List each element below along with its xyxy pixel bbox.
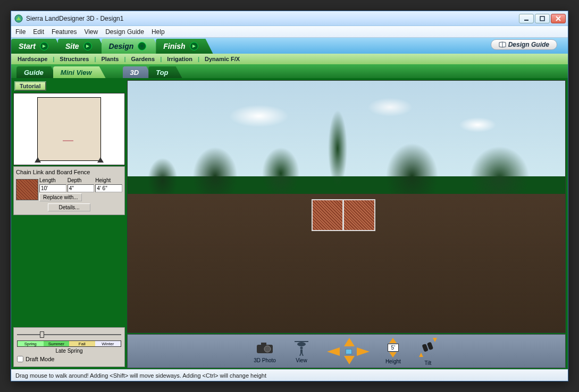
subtab-irrigation[interactable]: Irrigation: [167, 56, 192, 62]
svg-marker-19: [433, 338, 437, 342]
season-winter: Winter: [95, 341, 121, 346]
height-value[interactable]: 5': [388, 344, 399, 352]
menubar: File Edit Features View Design Guide Hel…: [11, 26, 568, 38]
svg-marker-8: [192, 45, 196, 48]
season-legend: Spring Summer Fall Winter: [17, 340, 121, 347]
tool-height: 5' Height: [385, 338, 401, 364]
details-button[interactable]: Details...: [48, 203, 91, 211]
menu-edit[interactable]: Edit: [33, 28, 44, 36]
menu-file[interactable]: File: [15, 28, 26, 36]
svg-marker-7: [140, 45, 144, 48]
nav-center[interactable]: [346, 349, 352, 354]
svg-rect-2: [540, 16, 544, 21]
svg-rect-20: [422, 343, 428, 352]
subtab-plants[interactable]: Plants: [101, 56, 119, 62]
menu-features[interactable]: Features: [52, 28, 77, 36]
miniview-panel[interactable]: [13, 93, 125, 165]
material-swatch[interactable]: [16, 179, 38, 200]
play-icon: [40, 42, 48, 50]
design-guide-button[interactable]: Design Guide: [491, 39, 557, 50]
depth-input[interactable]: [68, 184, 95, 192]
tool-view[interactable]: View: [292, 339, 311, 363]
maximize-button[interactable]: [535, 14, 550, 23]
tutorial-button[interactable]: Tutorial: [14, 81, 46, 91]
close-button[interactable]: [551, 14, 566, 23]
status-bar: Drag mouse to walk around! Adding <Shift…: [11, 369, 568, 381]
play-icon: [190, 42, 198, 50]
subtab-gardens[interactable]: Gardens: [131, 56, 155, 62]
toolbar-3d: 3D Photo View: [127, 334, 566, 368]
viewtab-guide[interactable]: Guide: [16, 66, 57, 78]
app-window: Sierra LandDesigner 3D - Design1 File Ed…: [11, 11, 568, 381]
tool-3d-photo[interactable]: 3D Photo: [254, 339, 276, 363]
length-input[interactable]: [39, 184, 66, 192]
replace-with-button[interactable]: Replace with...: [39, 193, 82, 201]
height-up-icon[interactable]: [389, 338, 397, 343]
season-panel: Spring Summer Fall Winter Late Spring Dr…: [13, 327, 125, 367]
height-input[interactable]: [95, 184, 122, 192]
svg-marker-5: [43, 45, 46, 48]
corner-marker-icon: [35, 157, 41, 164]
menu-view[interactable]: View: [84, 28, 98, 36]
svg-line-18: [302, 353, 303, 356]
person-icon: [299, 346, 304, 356]
tab-design[interactable]: Design: [102, 39, 162, 54]
svg-marker-6: [86, 45, 89, 48]
svg-rect-21: [427, 342, 433, 350]
chevron-down-icon: [138, 42, 146, 50]
titlebar[interactable]: Sierra LandDesigner 3D - Design1: [11, 11, 568, 26]
minimize-button[interactable]: [519, 14, 534, 23]
subtab-hardscape[interactable]: Hardscape: [18, 56, 47, 62]
main-area: Tutorial Chain Link and Board Fence Leng…: [11, 78, 568, 369]
arrow-up-icon[interactable]: [344, 338, 355, 346]
draft-mode-label: Draft Mode: [26, 356, 54, 362]
season-summer: Summer: [44, 341, 70, 346]
tab-finish[interactable]: Finish: [156, 39, 213, 54]
tool-tilt[interactable]: Tilt: [417, 337, 439, 366]
slider-thumb[interactable]: [40, 331, 44, 338]
status-text: Drag mouse to walk around! Adding <Shift…: [15, 372, 266, 379]
length-header: Length: [39, 177, 66, 183]
background-trees: [128, 81, 565, 194]
fence-object[interactable]: [312, 199, 375, 231]
viewtab-miniview[interactable]: Mini View: [53, 66, 106, 78]
viewport-3d[interactable]: [127, 80, 566, 333]
sidebar: Tutorial Chain Link and Board Fence Leng…: [11, 78, 127, 369]
season-value-label: Late Spring: [17, 348, 121, 354]
menu-help[interactable]: Help: [152, 28, 165, 36]
arrow-left-icon[interactable]: [327, 347, 340, 356]
svg-rect-16: [300, 350, 303, 353]
tool-navigate-arrows[interactable]: [327, 338, 370, 364]
category-tabs: Hardscape| Structures| Plants| Gardens| …: [11, 54, 568, 64]
tab-start[interactable]: Start: [11, 39, 63, 54]
view-tabs: Guide Mini View 3D Top: [11, 64, 568, 78]
tab-site[interactable]: Site: [58, 39, 107, 54]
draft-mode-checkbox[interactable]: [17, 356, 23, 362]
corner-marker-icon: [97, 157, 104, 164]
properties-panel: Chain Link and Board Fence Length Depth …: [13, 166, 125, 215]
season-slider[interactable]: [17, 331, 121, 338]
play-icon: [83, 42, 92, 50]
svg-marker-22: [419, 353, 423, 357]
arrow-right-icon[interactable]: [357, 347, 370, 356]
menu-design-guide[interactable]: Design Guide: [105, 28, 144, 36]
viewtab-top[interactable]: Top: [148, 66, 182, 78]
subtab-structures[interactable]: Structures: [60, 56, 89, 62]
subtab-dynamicfx[interactable]: Dynamic F/X: [205, 56, 240, 62]
viewtab-3d[interactable]: 3D: [123, 66, 153, 78]
binoculars-icon: [417, 337, 439, 359]
camera-icon: [256, 342, 274, 354]
arrow-down-icon[interactable]: [344, 356, 355, 364]
depth-header: Depth: [68, 177, 95, 183]
svg-point-15: [300, 346, 303, 349]
workflow-tabs: Start Site Design Finish Design Guide: [11, 38, 568, 54]
season-spring: Spring: [18, 341, 44, 346]
height-header: Height: [95, 177, 122, 183]
object-name-label: Chain Link and Board Fence: [16, 168, 122, 177]
svg-point-11: [264, 346, 271, 352]
window-title: Sierra LandDesigner 3D - Design1: [26, 15, 123, 22]
height-down-icon[interactable]: [389, 352, 397, 357]
book-icon: [499, 41, 506, 48]
svg-line-17: [300, 353, 301, 356]
lot-preview: [37, 97, 101, 161]
